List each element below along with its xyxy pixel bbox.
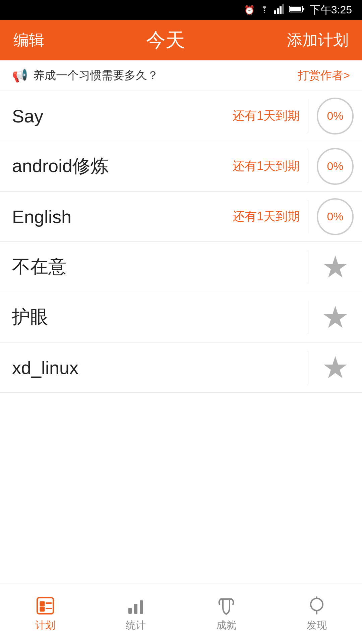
svg-rect-8: [40, 602, 44, 606]
habit-action[interactable]: 0%: [308, 98, 362, 135]
habit-item[interactable]: android修炼还有1天到期0%: [0, 141, 362, 192]
habit-status: 还有1天到期: [233, 208, 308, 225]
bottom-nav: 计划 统计 成就 发现: [0, 584, 362, 644]
habit-content: xd_linux: [0, 347, 308, 388]
nav-label-discover: 发现: [307, 619, 327, 632]
svg-rect-6: [303, 8, 304, 10]
nav-label-achieve: 成就: [216, 619, 236, 632]
banner-content: 📢 养成一个习惯需要多久？: [12, 68, 159, 83]
habit-status: 还有1天到期: [233, 108, 308, 124]
habit-list: Say还有1天到期0%android修炼还有1天到期0%English还有1天到…: [0, 91, 362, 584]
habit-action[interactable]: ★: [308, 353, 362, 383]
habit-item[interactable]: Say还有1天到期0%: [0, 91, 362, 141]
nav-label-stats: 统计: [126, 619, 146, 632]
header: 编辑 今天 添加计划: [0, 20, 362, 60]
svg-rect-5: [290, 7, 301, 11]
habit-action[interactable]: 0%: [308, 198, 362, 235]
habit-content: 护眼: [0, 295, 308, 339]
svg-rect-3: [282, 4, 284, 14]
nav-item-discover[interactable]: 发现: [272, 596, 362, 632]
star-icon[interactable]: ★: [322, 252, 349, 282]
progress-circle[interactable]: 0%: [317, 198, 354, 235]
megaphone-icon: 📢: [12, 68, 28, 83]
svg-point-16: [311, 598, 323, 610]
progress-circle[interactable]: 0%: [317, 98, 354, 135]
progress-circle[interactable]: 0%: [317, 148, 354, 185]
progress-text: 0%: [327, 160, 343, 173]
svg-rect-14: [140, 600, 143, 614]
habit-item[interactable]: English还有1天到期0%: [0, 192, 362, 242]
nav-label-plan: 计划: [35, 619, 55, 632]
alarm-icon: ⏰: [244, 5, 255, 15]
svg-rect-7: [37, 598, 53, 614]
reward-link[interactable]: 打赏作者>: [298, 68, 350, 83]
star-icon[interactable]: ★: [322, 302, 349, 332]
habit-item[interactable]: 护眼★: [0, 292, 362, 342]
page-title: 今天: [146, 27, 185, 53]
habit-name: android修炼: [12, 154, 109, 178]
habit-item[interactable]: xd_linux★: [0, 342, 362, 393]
habit-name: xd_linux: [12, 357, 78, 378]
habit-item[interactable]: 不在意★: [0, 242, 362, 292]
habit-name: Say: [12, 106, 43, 126]
wifi-icon: [259, 5, 269, 15]
status-bar: ⏰ 下午3:25: [0, 0, 362, 20]
svg-rect-1: [277, 8, 279, 14]
habit-content: 不在意: [0, 245, 308, 289]
habit-action[interactable]: 0%: [308, 148, 362, 185]
nav-item-plan[interactable]: 计划: [0, 596, 90, 632]
svg-rect-9: [40, 607, 44, 611]
battery-icon: [289, 5, 305, 15]
habit-content: English还有1天到期: [0, 196, 308, 237]
habit-name: 不在意: [12, 255, 66, 279]
svg-rect-2: [280, 6, 282, 14]
svg-rect-12: [128, 608, 132, 614]
habit-action[interactable]: ★: [308, 302, 362, 332]
star-icon[interactable]: ★: [322, 353, 349, 383]
nav-item-achieve[interactable]: 成就: [181, 596, 272, 632]
svg-rect-13: [134, 604, 137, 614]
status-time: 下午3:25: [310, 3, 352, 17]
add-plan-button[interactable]: 添加计划: [287, 30, 349, 51]
banner: 📢 养成一个习惯需要多久？ 打赏作者>: [0, 60, 362, 91]
progress-text: 0%: [327, 109, 343, 122]
habit-content: Say还有1天到期: [0, 96, 308, 137]
nav-item-stats[interactable]: 统计: [90, 596, 181, 632]
edit-button[interactable]: 编辑: [13, 30, 44, 51]
habit-content: android修炼还有1天到期: [0, 144, 308, 189]
habit-status: 还有1天到期: [233, 158, 308, 174]
progress-text: 0%: [327, 210, 343, 223]
banner-text: 养成一个习惯需要多久？: [33, 68, 159, 83]
status-icons: ⏰ 下午3:25: [244, 3, 352, 17]
habit-action[interactable]: ★: [308, 252, 362, 282]
signal-icon: [274, 4, 284, 16]
habit-name: English: [12, 206, 71, 227]
habit-name: 护眼: [12, 305, 48, 329]
svg-rect-0: [274, 10, 276, 14]
